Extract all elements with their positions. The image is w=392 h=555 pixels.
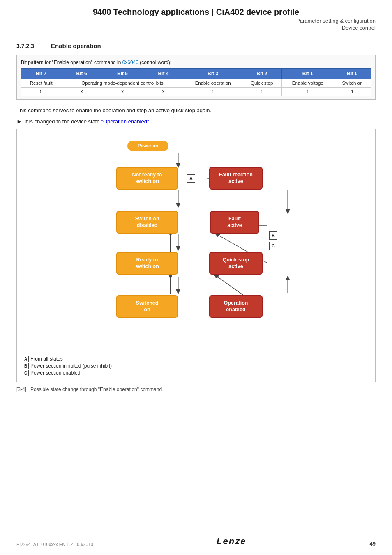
- cell-val-bit4: X: [143, 88, 184, 96]
- main-content: 3.7.2.3 Enable operation Bit pattern for…: [0, 34, 392, 409]
- cell-val-bit5: X: [102, 88, 143, 96]
- cell-reset-fault: Reset fault: [21, 79, 61, 88]
- legend-text-c: Power section enabled: [30, 370, 80, 376]
- caption-text: Possible state change through "Enable op…: [30, 386, 162, 392]
- section-title: Enable operation: [51, 42, 101, 49]
- table-row: 0 X X X 1 1 1 1: [21, 88, 371, 96]
- state-diagram-box: Power on Not ready toswitch on Fault rea…: [16, 129, 376, 382]
- footer-page: 49: [370, 541, 376, 547]
- bit-table: Bit 7 Bit 6 Bit 5 Bit 4 Bit 3 Bit 2 Bit …: [21, 68, 371, 96]
- col-bit0: Bit 0: [334, 69, 371, 79]
- legend-item-a: A From all states: [23, 356, 369, 362]
- diagram-svg: [23, 135, 369, 353]
- node-quick-stop: Quick stopactive: [209, 252, 263, 275]
- legend-badge-b: B: [23, 363, 29, 369]
- node-fault-reaction: Fault reactionactive: [209, 167, 263, 190]
- cell-op-mode: Operating mode-dependent control bits: [61, 79, 184, 88]
- legend-text-b: Power section inhibited (pulse inhibit): [30, 363, 112, 369]
- arrow-item: ► It is changed to the device state "Ope…: [16, 118, 376, 125]
- bit-pattern-link[interactable]: 0x6040: [122, 60, 138, 65]
- diagram-legend: A From all states B Power section inhibi…: [23, 356, 369, 376]
- legend-item-b: B Power section inhibited (pulse inhibit…: [23, 363, 369, 369]
- body-text-1: This command serves to enable the operat…: [16, 106, 376, 115]
- arrow-text: It is changed to the device state "Opera…: [25, 118, 150, 125]
- node-ready-switch-on: Ready toswitch on: [116, 252, 178, 275]
- bit-pattern-caption: Bit pattern for "Enable operation" comma…: [21, 60, 371, 65]
- footer-doc-id: EDS94TA11010xxxx EN 1.2 - 03/2010: [16, 542, 93, 547]
- section-number: 3.7.2.3: [16, 43, 41, 49]
- footer-logo: Lenze: [217, 536, 246, 547]
- cell-switch-on: Switch on: [334, 79, 371, 88]
- legend-badge-a: A: [23, 356, 29, 362]
- node-power-on: Power on: [127, 141, 168, 151]
- node-switched-on: Switchedon: [116, 295, 178, 318]
- col-bit4: Bit 4: [143, 69, 184, 79]
- page-header: 9400 Technology applications | CiA402 de…: [0, 0, 392, 34]
- col-bit3: Bit 3: [184, 69, 242, 79]
- cell-val-bit1: 1: [281, 88, 334, 96]
- arrow-right-icon: ►: [16, 118, 22, 125]
- node-operation-enabled: Operationenabled: [209, 295, 263, 318]
- cell-val-bit2: 1: [242, 88, 281, 96]
- node-not-ready: Not ready toswitch on: [116, 167, 178, 190]
- cell-enable-voltage: Enable voltage: [281, 79, 334, 88]
- col-bit5: Bit 5: [102, 69, 143, 79]
- cell-quick-stop: Quick stop: [242, 79, 281, 88]
- bit-pattern-box: Bit pattern for "Enable operation" comma…: [16, 55, 376, 100]
- col-bit1: Bit 1: [281, 69, 334, 79]
- cell-val-bit0: 1: [334, 88, 371, 96]
- caption-num: [3-4]: [16, 386, 26, 392]
- badge-a: A: [187, 174, 195, 183]
- cell-enable-op: Enable operation: [184, 79, 242, 88]
- cell-val-bit3: 1: [184, 88, 242, 96]
- legend-badge-c: C: [23, 370, 29, 376]
- section-heading: 3.7.2.3 Enable operation: [16, 42, 376, 49]
- col-bit2: Bit 2: [242, 69, 281, 79]
- legend-item-c: C Power section enabled: [23, 370, 369, 376]
- legend-text-a: From all states: [30, 356, 63, 362]
- table-row: Reset fault Operating mode-dependent con…: [21, 79, 371, 88]
- badge-b: B: [269, 231, 277, 240]
- badge-c: C: [269, 242, 277, 250]
- node-fault-active: Faultactive: [210, 211, 259, 234]
- figure-caption: [3-4] Possible state change through "Ena…: [16, 386, 376, 392]
- page-subtitle1: Parameter setting & configuration: [16, 18, 376, 24]
- col-bit7: Bit 7: [21, 69, 61, 79]
- cell-val-bit7: 0: [21, 88, 61, 96]
- state-diagram: Power on Not ready toswitch on Fault rea…: [23, 135, 369, 353]
- page-subtitle2: Device control: [16, 25, 376, 31]
- page-footer: EDS94TA11010xxxx EN 1.2 - 03/2010 Lenze …: [16, 536, 376, 547]
- col-bit6: Bit 6: [61, 69, 102, 79]
- cell-val-bit6: X: [61, 88, 102, 96]
- operation-enabled-link[interactable]: "Operation enabled": [101, 118, 149, 125]
- page-title: 9400 Technology applications | CiA402 de…: [16, 7, 376, 17]
- node-switch-on-disabled: Switch ondisabled: [116, 211, 178, 234]
